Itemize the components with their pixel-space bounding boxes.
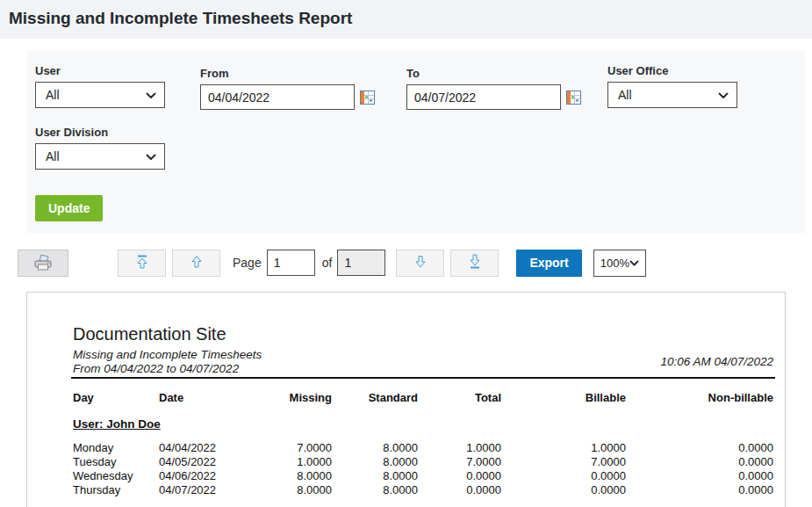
of-label: of <box>322 256 333 270</box>
last-page-icon <box>468 254 482 272</box>
chevron-down-icon <box>146 92 156 99</box>
from-field: From <box>200 67 355 110</box>
table-cell: 7.0000 <box>255 441 332 455</box>
column-header-standard: Standard <box>332 391 418 416</box>
title-bar: Missing and Incomplete Timesheets Report <box>0 0 812 39</box>
table-cell: 0.0000 <box>418 469 501 483</box>
table-cell: 0.0000 <box>626 483 773 497</box>
table-cell: 7.0000 <box>418 455 501 469</box>
zoom-select[interactable]: 100% <box>593 250 646 277</box>
user-field: User All <box>35 64 165 108</box>
report-group-header: User: John Doe <box>73 416 773 441</box>
report-date-range: From 04/04/2022 to 04/07/2022 <box>73 362 239 375</box>
previous-page-icon <box>190 254 204 272</box>
report-generated-timestamp: 10:06 AM 04/07/2022 <box>660 355 773 368</box>
page-number-input[interactable] <box>267 250 315 276</box>
table-cell: 8.0000 <box>332 483 418 497</box>
print-icon <box>32 253 54 273</box>
last-page-button[interactable] <box>450 250 499 277</box>
to-calendar-button[interactable] <box>566 91 581 105</box>
table-cell: 1.0000 <box>418 441 501 455</box>
from-date-input[interactable] <box>200 84 355 110</box>
report-toolbar: Page of Export 100% <box>18 249 646 277</box>
first-page-icon <box>135 254 149 272</box>
table-cell: 0.0000 <box>626 441 773 455</box>
user-office-select[interactable]: All <box>607 82 737 108</box>
user-select[interactable]: All <box>35 82 165 108</box>
table-cell: Tuesday <box>73 455 159 469</box>
user-division-label: User Division <box>35 126 165 139</box>
page-label: Page <box>233 256 262 270</box>
column-header-day: Day <box>73 391 159 416</box>
user-division-field: User Division All <box>35 126 165 170</box>
table-cell: 0.0000 <box>501 483 626 497</box>
zoom-select-value: 100% <box>600 257 629 270</box>
user-division-select[interactable]: All <box>35 143 165 170</box>
user-label: User <box>35 64 165 77</box>
report-company-name: Documentation Site <box>73 324 226 344</box>
column-header-nonbillable: Non-billable <box>626 391 773 416</box>
to-date-input[interactable] <box>406 84 561 110</box>
calendar-icon <box>566 94 581 107</box>
table-cell: 0.0000 <box>626 455 773 469</box>
next-page-icon <box>413 254 428 272</box>
previous-page-button[interactable] <box>172 250 220 277</box>
user-division-select-value: All <box>46 149 60 163</box>
table-cell: Monday <box>73 441 159 455</box>
next-page-button[interactable] <box>396 250 444 277</box>
user-office-label: User Office <box>607 64 737 77</box>
export-button[interactable]: Export <box>516 250 581 277</box>
report-divider <box>71 377 775 379</box>
page-count-box <box>337 250 385 276</box>
first-page-button[interactable] <box>118 250 166 277</box>
user-office-field: User Office All <box>607 64 737 108</box>
table-cell: Thursday <box>73 483 159 497</box>
page-title: Missing and Incomplete Timesheets Report <box>0 0 812 28</box>
report-table: Day Date Missing Standard Total Billable… <box>73 391 773 497</box>
table-cell: 0.0000 <box>501 469 626 483</box>
table-cell: 0.0000 <box>626 469 773 483</box>
table-cell: 1.0000 <box>501 441 626 455</box>
table-cell: 04/04/2022 <box>159 441 255 455</box>
table-cell: 0.0000 <box>418 483 501 497</box>
table-cell: Wednesday <box>73 469 159 483</box>
column-header-billable: Billable <box>501 391 626 416</box>
chevron-down-icon <box>718 92 729 99</box>
chevron-down-icon <box>629 255 639 271</box>
filter-panel: User All From T <box>26 50 806 233</box>
table-cell: 8.0000 <box>332 441 418 455</box>
table-cell: 7.0000 <box>501 455 626 469</box>
table-cell: 04/07/2022 <box>159 483 255 497</box>
column-header-date: Date <box>159 391 255 416</box>
user-select-value: All <box>46 88 60 102</box>
table-cell: 04/06/2022 <box>159 469 255 483</box>
column-header-missing: Missing <box>255 391 332 416</box>
table-cell: 04/05/2022 <box>159 455 255 469</box>
from-label: From <box>200 67 355 80</box>
print-button[interactable] <box>18 250 68 277</box>
table-cell: 8.0000 <box>255 469 332 483</box>
column-header-total: Total <box>418 391 501 416</box>
update-button[interactable]: Update <box>35 195 103 221</box>
chevron-down-icon <box>146 154 156 161</box>
report-subtitle: Missing and Incomplete Timesheets <box>73 348 262 361</box>
table-cell: 8.0000 <box>255 483 332 497</box>
to-label: To <box>406 67 561 80</box>
table-cell: 1.0000 <box>255 455 332 469</box>
to-field: To <box>406 67 561 110</box>
table-cell: 8.0000 <box>332 455 418 469</box>
report-viewer: Documentation Site Missing and Incomplet… <box>26 292 786 507</box>
table-cell: 8.0000 <box>332 469 418 483</box>
calendar-icon <box>360 94 375 107</box>
from-calendar-button[interactable] <box>360 91 375 105</box>
user-office-select-value: All <box>618 88 632 102</box>
